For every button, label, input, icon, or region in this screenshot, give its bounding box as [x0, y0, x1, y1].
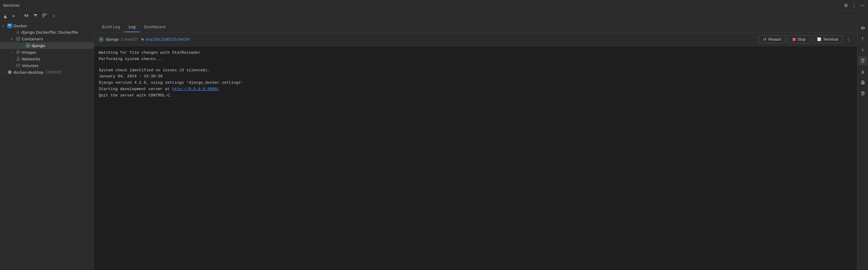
- rs-trash-icon[interactable]: [859, 89, 867, 98]
- log-actions: ↺ Restart Stop ⬜ Terminal ⋮: [758, 35, 852, 43]
- docker-desktop-tag: [default]: [46, 70, 62, 74]
- sha-badge[interactable]: sha256:2a8525cfed39: [141, 37, 189, 41]
- docker-desktop-icon: [7, 70, 12, 74]
- add-icon[interactable]: ＋: [50, 13, 57, 20]
- log-line-5: Django version 4.2.9, using settings 'dj…: [99, 80, 852, 86]
- stop-button[interactable]: Stop: [788, 35, 810, 43]
- group-icon[interactable]: [41, 13, 48, 19]
- terminal-button[interactable]: ⬜ Terminal: [812, 35, 842, 43]
- docker-chevron: [2, 24, 6, 28]
- docker-desktop-label: docker-desktop: [13, 70, 43, 74]
- minimize-icon[interactable]: —: [860, 3, 865, 8]
- images-icon: [16, 50, 21, 55]
- volumes-label: Volumes: [22, 63, 38, 68]
- right-sidebar: ↑ ↓: [857, 21, 868, 270]
- sidebar-item-django-dockerfile[interactable]: ⊘ django Dockerfile: Dockerfile: [0, 29, 94, 35]
- log-line-6: Starting development server at http://0.…: [99, 86, 852, 92]
- django-container-label: django: [32, 43, 45, 48]
- sidebar-item-images[interactable]: Images: [0, 49, 94, 56]
- sidebar-item-volumes[interactable]: Volumes: [0, 62, 94, 69]
- content-tabs: Build Log Log Dashboard: [94, 21, 857, 33]
- header-title-area: Services: [3, 3, 20, 7]
- services-header: Services ⊕ ⋮ —: [0, 0, 868, 11]
- service-name: django: [105, 37, 119, 41]
- tab-log[interactable]: Log: [124, 22, 140, 32]
- svg-rect-5: [9, 25, 10, 26]
- log-line-3: System check identified no issues (0 sil…: [99, 67, 852, 74]
- more-options-icon[interactable]: ⋮: [851, 3, 857, 8]
- images-label: Images: [22, 50, 36, 55]
- svg-rect-10: [17, 39, 18, 41]
- svg-rect-1: [44, 13, 46, 15]
- sidebar-item-docker[interactable]: Docker: [0, 23, 94, 29]
- log-line-1: Watching for file changes with StatReloa…: [99, 50, 852, 56]
- svg-rect-8: [17, 37, 18, 38]
- svg-rect-2: [42, 16, 44, 17]
- services-title: Services: [3, 3, 20, 7]
- sidebar-item-docker-desktop[interactable]: docker-desktop [default]: [0, 69, 94, 76]
- networks-label: Networks: [22, 57, 40, 61]
- svg-rect-6: [10, 25, 11, 26]
- log-line-2: Performing system checks...: [99, 56, 852, 62]
- log-line-7: Quit the server with CONTROL-C.: [99, 92, 852, 99]
- svg-rect-39: [862, 92, 864, 95]
- filter-icon[interactable]: [32, 13, 39, 19]
- blocked-icon: ⊘: [16, 30, 20, 35]
- rs-eye-icon[interactable]: [859, 24, 867, 32]
- sha-dot-icon: [141, 38, 144, 41]
- collapse-up-icon[interactable]: ▲: [2, 13, 8, 19]
- tab-dashboard[interactable]: Dashboard: [140, 22, 170, 32]
- add-service-icon[interactable]: ⊕: [844, 3, 848, 8]
- sidebar-item-django-container[interactable]: django: [0, 42, 94, 49]
- log-blank-1: [99, 62, 852, 67]
- svg-rect-9: [19, 37, 20, 38]
- docker-icon: [7, 23, 12, 28]
- svg-point-26: [17, 64, 20, 65]
- svg-rect-3: [7, 23, 12, 28]
- images-chevron: [11, 51, 14, 54]
- main-toolbar: ▲ ✕ ＋: [0, 11, 868, 21]
- restart-icon: ↺: [763, 37, 767, 41]
- docker-desktop-chevron: [2, 71, 6, 74]
- running-container-icon: [26, 43, 30, 48]
- service-id: 1c6ee62f: [121, 37, 137, 41]
- rs-scroll-down-icon[interactable]: ↓: [859, 46, 867, 54]
- svg-rect-29: [100, 38, 102, 40]
- sidebar-item-networks[interactable]: Networks: [0, 56, 94, 62]
- rs-scroll-down-end-icon[interactable]: [859, 67, 867, 76]
- svg-rect-4: [8, 25, 9, 26]
- sidebar-item-containers[interactable]: Containers: [0, 35, 94, 42]
- svg-rect-20: [18, 57, 19, 58]
- svg-rect-22: [19, 59, 20, 60]
- toolbar-separator-1: [20, 13, 20, 19]
- restart-button[interactable]: ↺ Restart: [758, 35, 785, 43]
- containers-chevron: [11, 37, 14, 41]
- service-running-icon: [99, 37, 104, 42]
- close-panel-icon[interactable]: ✕: [10, 13, 17, 19]
- docker-label: Docker: [13, 24, 27, 28]
- rs-scroll-to-end-icon[interactable]: [859, 56, 867, 65]
- log-header: django 1c6ee62f sha256:2a8525cfed39 ↺ Re…: [94, 33, 857, 46]
- svg-rect-21: [17, 59, 18, 60]
- svg-point-15: [18, 52, 19, 53]
- content-area: Build Log Log Dashboard django 1c6ee62f …: [94, 21, 857, 270]
- rs-print-icon[interactable]: [859, 78, 867, 87]
- tab-build-log[interactable]: Build Log: [98, 22, 124, 32]
- svg-rect-36: [862, 81, 864, 82]
- sha-value: sha256:2a8525cfed39: [145, 37, 189, 41]
- svg-rect-37: [862, 83, 864, 84]
- services-sidebar: Docker ⊘ django Dockerfile: Dockerfile C…: [0, 21, 94, 270]
- networks-chevron: [11, 57, 14, 61]
- header-actions: ⊕ ⋮ —: [844, 3, 865, 8]
- django-dockerfile-label: django Dockerfile: Dockerfile: [21, 30, 78, 35]
- svg-rect-13: [27, 44, 29, 47]
- server-url-link[interactable]: http://0.0.0.0:8000/: [172, 87, 219, 91]
- containers-icon: [16, 36, 21, 41]
- stop-icon: [793, 38, 796, 41]
- log-more-icon[interactable]: ⋮: [845, 36, 852, 43]
- log-content[interactable]: Watching for file changes with StatReloa…: [94, 46, 857, 270]
- svg-point-27: [8, 70, 11, 74]
- eye-icon[interactable]: [23, 13, 30, 19]
- containers-label: Containers: [22, 37, 43, 41]
- rs-scroll-up-icon[interactable]: ↑: [859, 35, 867, 43]
